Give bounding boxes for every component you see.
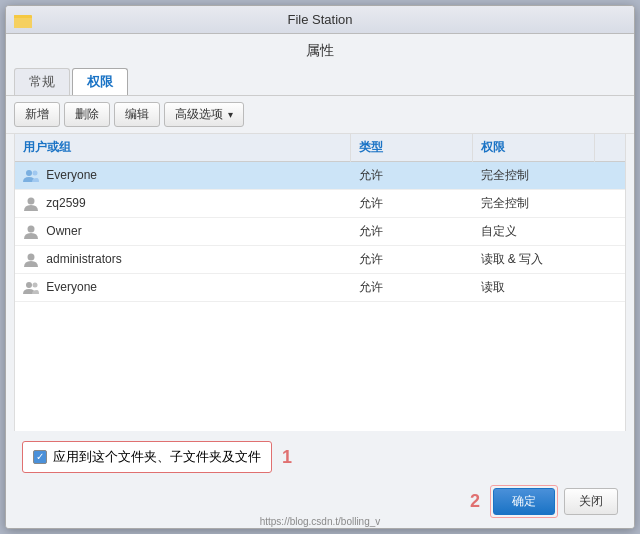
cell-extra [595,246,626,274]
footer-bar: 2 确定 关闭 https://blog.csdn.t/bolling_v [6,477,634,528]
user-icon [23,224,39,240]
add-button[interactable]: 新增 [14,102,60,127]
cell-type: 允许 [351,274,473,302]
cell-type: 允许 [351,162,473,190]
cell-type: 允许 [351,190,473,218]
cell-perm: 读取 & 写入 [473,246,595,274]
confirm-button[interactable]: 确定 [493,488,555,515]
cell-perm: 完全控制 [473,162,595,190]
col-header-user: 用户或组 [15,134,351,162]
cell-type: 允许 [351,218,473,246]
svg-point-6 [28,253,35,260]
apply-checkbox[interactable] [33,450,47,464]
col-header-extra [595,134,626,162]
cell-user: Everyone [15,274,351,302]
user-icon [23,196,39,212]
user-icon [23,252,39,268]
delete-button[interactable]: 删除 [64,102,110,127]
table-row[interactable]: administrators 允许 读取 & 写入 [15,246,625,274]
svg-point-3 [33,170,38,175]
svg-point-4 [28,197,35,204]
permissions-table-container: 用户或组 类型 权限 [14,134,626,431]
col-header-perm: 权限 [473,134,595,162]
tab-permissions[interactable]: 权限 [72,68,128,95]
cell-extra [595,162,626,190]
svg-point-2 [26,170,32,176]
svg-point-8 [33,282,38,287]
table-row[interactable]: zq2599 允许 完全控制 [15,190,625,218]
folder-icon [14,12,32,28]
cell-user: administrators [15,246,351,274]
cell-user: Everyone [15,162,351,190]
confirm-button-wrapper: 确定 [490,485,558,518]
annotation-2: 2 [470,491,480,512]
apply-checkbox-row: 应用到这个文件夹、子文件夹及文件 [22,441,272,473]
apply-checkbox-label: 应用到这个文件夹、子文件夹及文件 [53,448,261,466]
cell-extra [595,190,626,218]
titlebar: File Station [6,6,634,34]
edit-button[interactable]: 编辑 [114,102,160,127]
table-row[interactable]: Everyone 允许 读取 [15,274,625,302]
table-row[interactable]: Everyone 允许 完全控制 [15,162,625,190]
user-group-icon [23,280,39,296]
table-row[interactable]: Owner 允许 自定义 [15,218,625,246]
advanced-button[interactable]: 高级选项 [164,102,244,127]
svg-point-5 [28,225,35,232]
tabs-bar: 常规 权限 [6,64,634,96]
cell-extra [595,218,626,246]
tab-general[interactable]: 常规 [14,68,70,95]
checkbox-area: 应用到这个文件夹、子文件夹及文件 1 [6,431,634,477]
cell-extra [595,274,626,302]
user-group-icon [23,168,39,184]
titlebar-title: File Station [287,12,352,27]
cell-user: Owner [15,218,351,246]
annotation-1: 1 [282,447,292,468]
cell-perm: 读取 [473,274,595,302]
col-header-type: 类型 [351,134,473,162]
cell-perm: 完全控制 [473,190,595,218]
table-header-row: 用户或组 类型 权限 [15,134,625,162]
cell-perm: 自定义 [473,218,595,246]
svg-point-7 [26,282,32,288]
close-button[interactable]: 关闭 [564,488,618,515]
permissions-table: 用户或组 类型 权限 [15,134,625,302]
cell-type: 允许 [351,246,473,274]
toolbar: 新增 删除 编辑 高级选项 [6,96,634,134]
main-window: File Station 属性 常规 权限 新增 删除 编辑 高级选项 用户或组… [5,5,635,529]
dialog-title: 属性 [6,34,634,64]
cell-user: zq2599 [15,190,351,218]
table-body: Everyone 允许 完全控制 zq2599 [15,162,625,302]
